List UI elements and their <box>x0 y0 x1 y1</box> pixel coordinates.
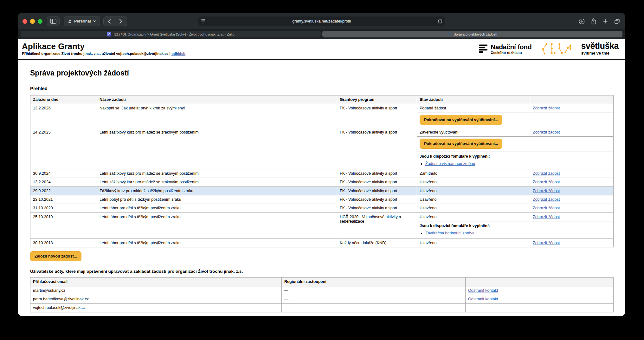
cell-date: 31.10.2020 <box>30 204 97 213</box>
cell-date: 25.10.2019 <box>30 213 97 239</box>
col-header-status: Stav žádosti <box>417 95 530 104</box>
cell-action: Zobrazit žádost <box>530 213 614 221</box>
cell-action: Zobrazit žádost <box>530 239 614 247</box>
tab-granty-active[interactable]: Správa projektových žádostí <box>322 31 622 37</box>
cell-action: Zobrazit žádost <box>530 169 614 178</box>
reader-icon[interactable] <box>201 19 205 23</box>
safari-window: Personal <box>18 13 625 316</box>
table-row: martin@sukany.cz — Odstranit kontakt <box>30 286 614 295</box>
tabs-overview-icon <box>614 19 620 24</box>
cell-program: FK - Volnočasové aktivity a sport <box>337 178 417 186</box>
view-application-link[interactable]: Zobrazit žádost <box>533 180 560 184</box>
cell-name: Letní zážitkový kurz pro mládež se zrako… <box>97 128 337 169</box>
header-logos: Nadační fond Českého rozhlasu <box>479 42 620 56</box>
zoom-window-button[interactable] <box>38 19 42 24</box>
cell-date: 29.9.2022 <box>30 186 97 195</box>
view-application-link[interactable]: Zobrazit žádost <box>533 189 560 193</box>
cell-name: Nakopni se: Jak udělat prvník krok za sv… <box>97 104 337 128</box>
col-header-date: Založeno dne <box>30 95 97 104</box>
app-header: Aplikace Granty Přihlášená organizace Ži… <box>18 39 625 60</box>
table-header-row: Založeno dne Název žádosti Grantový prog… <box>30 95 614 104</box>
logout-link[interactable]: odhlásit <box>171 52 185 56</box>
cell-program: FK - Volnočasové aktivity a sport <box>337 128 417 169</box>
table-row: petra.benedikova@zivotjinak.cz — Odstran… <box>30 295 614 304</box>
table-row: 25.10.2019 Letní tábor pro děti s těžkým… <box>30 213 614 221</box>
sidebar-toggle-button[interactable] <box>47 16 60 26</box>
profile-switcher[interactable]: Personal <box>64 16 100 26</box>
form-link[interactable]: Závěrečná hodnotící zpráva <box>425 231 474 235</box>
profile-label: Personal <box>74 19 91 23</box>
continue-settlement-button[interactable]: Pokračovat na vyplňování vyúčtování... <box>420 139 502 149</box>
cell-email: vojtech.polasek@zivotjinak.cz <box>30 304 282 312</box>
nadacni-fond-text: Nadační fond Českého rozhlasu <box>491 43 531 55</box>
cell-program: FK - Volnočasové aktivity a sport <box>337 195 417 204</box>
view-application-link[interactable]: Zobrazit žádost <box>533 130 560 134</box>
sidebar-icon <box>50 19 56 24</box>
accounts-table: Přihlašovací email Regionální zastoupení… <box>30 277 614 312</box>
downloads-button[interactable] <box>579 18 585 24</box>
tab-label: (21) #01 Organizacni > Grant Svetluska (… <box>113 32 234 36</box>
web-page: Aplikace Granty Přihlášená organizace Ži… <box>18 39 625 316</box>
tab-label: Správa projektových žádostí <box>454 32 497 36</box>
nadacni-fond-logo: Nadační fond Českého rozhlasu <box>479 43 531 55</box>
chevron-down-icon <box>93 20 96 22</box>
forward-button[interactable] <box>115 17 127 26</box>
minimize-window-button[interactable] <box>30 19 35 24</box>
remove-contact-link[interactable]: Odstranit kontakt <box>468 288 498 293</box>
cell-action: Odstranit kontakt <box>466 295 614 304</box>
overview-heading: Přehled <box>30 86 613 91</box>
table-row: 13.2.2024 Letní zážitkový kurz pro mláde… <box>30 178 614 186</box>
close-window-button[interactable] <box>23 19 27 24</box>
view-application-link[interactable]: Zobrazit žádost <box>533 206 560 210</box>
toolbar-right-icons <box>579 16 620 26</box>
cell-name: Letní zážitkový kurz pro mládež se zrako… <box>97 169 337 178</box>
view-application-link[interactable]: Zobrazit žádost <box>533 215 560 219</box>
nav-buttons <box>103 16 127 26</box>
view-application-link[interactable]: Zobrazit žádost <box>533 197 560 202</box>
cell-status: Uzavřeno <box>417 195 530 204</box>
back-button[interactable] <box>104 17 115 26</box>
col-header-program: Grantový program <box>337 95 417 104</box>
new-application-button[interactable]: Založit novou žádost... <box>30 251 81 261</box>
table-row: vojtech.polasek@zivotjinak.cz — <box>30 304 614 312</box>
table-row: 14.2.2025 Letní zážitkový kurz pro mláde… <box>30 128 614 136</box>
granty-favicon <box>448 32 451 36</box>
accounts-heading: Uživatelské účty, které mají oprávnění u… <box>30 269 613 274</box>
cell-action: Zobrazit žádost <box>530 178 614 186</box>
cell-program: HGŘ 2020 - Volnočasové aktivity a sebere… <box>337 213 417 239</box>
cell-action-empty <box>466 304 614 312</box>
continue-settlement-button[interactable]: Pokračovat na vyplňování vyúčtování... <box>420 115 502 125</box>
tab-zulip[interactable]: Z (21) #01 Organizacni > Grant Svetluska… <box>21 31 321 37</box>
reload-icon <box>438 19 442 24</box>
form-link[interactable]: Žádost o významnou změnu <box>425 161 475 166</box>
share-button[interactable] <box>591 18 596 24</box>
cell-action: Zobrazit žádost <box>530 195 614 204</box>
back-icon <box>108 19 111 23</box>
cell-action: Odstranit kontakt <box>466 286 614 295</box>
table-header-row: Přihlašovací email Regionální zastoupení <box>30 278 614 286</box>
cell-status: Uzavřeno <box>417 239 530 247</box>
svetluska-title: světluška <box>581 42 619 50</box>
login-status-text: Přihlášená organizace Život trochu jinak… <box>22 52 171 56</box>
view-application-link[interactable]: Zobrazit žádost <box>533 171 560 176</box>
form-list-item: Závěrečná hodnotící zpráva <box>425 231 611 235</box>
svetluska-logo-text: světluška svítíme ve tmě <box>581 42 619 56</box>
table-row: 30.10.2018 Letní tábor pro děti s těžkým… <box>30 239 614 247</box>
cell-action: Zobrazit žádost <box>530 128 614 136</box>
cell-status: Uzavřeno <box>417 178 530 186</box>
app-title: Aplikace Granty <box>22 42 185 51</box>
cell-regional: — <box>282 304 466 312</box>
cell-status: Uzavřeno <box>417 186 530 195</box>
remove-contact-link[interactable]: Odstranit kontakt <box>468 297 498 301</box>
applications-table: Založeno dne Název žádosti Grantový prog… <box>30 95 614 247</box>
download-icon <box>579 18 585 24</box>
table-row: 13.2.2026 Nakopni se: Jak udělat prvník … <box>30 104 614 113</box>
tab-overview-button[interactable] <box>614 19 620 24</box>
view-application-link[interactable]: Zobrazit žádost <box>533 241 560 245</box>
cell-regional: — <box>282 286 466 295</box>
view-application-link[interactable]: Zobrazit žádost <box>533 106 560 110</box>
table-row: 23.10.2021 Letní pobyt pro děti s těžkým… <box>30 195 614 204</box>
new-tab-button[interactable] <box>603 19 608 24</box>
reload-button[interactable] <box>438 19 442 24</box>
address-bar[interactable]: granty.svetluska.net/zadatel/profil <box>198 16 445 26</box>
